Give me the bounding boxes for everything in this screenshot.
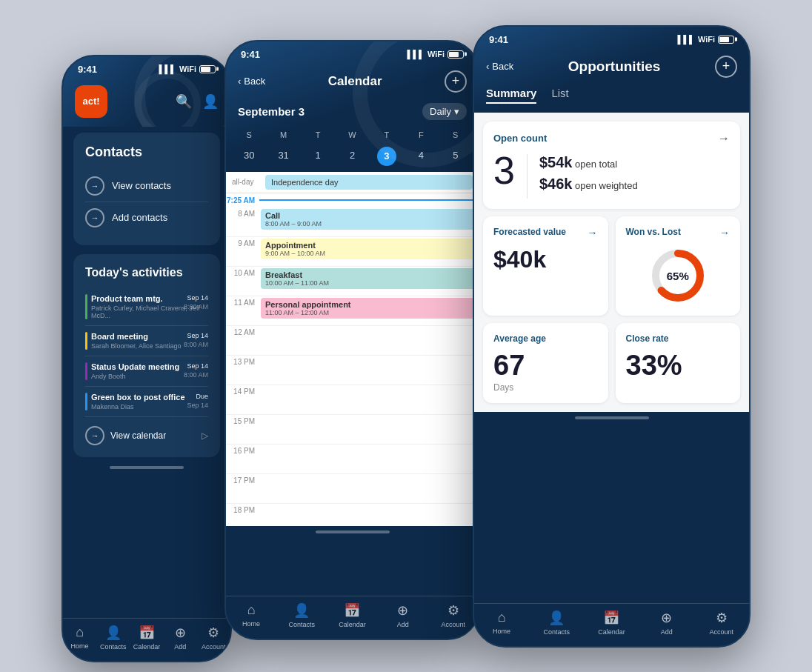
time-slot-12am: 12 AM (226, 326, 479, 356)
nav-add-3[interactable]: ⊕ Add (652, 610, 682, 636)
open-count-number: 3 (493, 151, 515, 190)
close-rate-value: 33% (626, 351, 731, 379)
list-item[interactable]: Board meeting Sarah Bloomer, Alice Santi… (85, 326, 208, 356)
cal-date-3-today[interactable]: 3 (377, 147, 396, 166)
average-age-title: Average age (493, 333, 598, 344)
list-item[interactable]: Green box to post office Makenna Dias Du… (85, 387, 208, 417)
forecasted-label: Forecasted value (493, 227, 566, 237)
time-content-10am: Breakfast 10:00 AM – 11:00 AM (259, 267, 479, 292)
allday-event-title: Independence day (271, 178, 339, 187)
calendar-body: all-day Independence day 7:25 AM 8 AM Ca… (226, 172, 479, 526)
time-label-17pm: 17 PM (226, 474, 259, 485)
activities-title: Today's activities (85, 266, 208, 279)
event-personal-title: Personal appointment (265, 300, 473, 309)
day-header-s2: S (439, 127, 473, 142)
forecasted-title: Forecasted value → (493, 227, 598, 239)
average-age-unit: Days (493, 382, 598, 393)
time-label-18pm: 18 PM (226, 504, 259, 514)
time-label-14pm: 14 PM (226, 385, 259, 396)
nav-account-label-2: Account (442, 621, 466, 628)
event-call[interactable]: Call 8:00 AM – 9:00 AM (261, 209, 477, 230)
cal-date-4[interactable]: 4 (404, 147, 438, 166)
calendar-nav: ‹ Back Calendar + (226, 64, 479, 99)
battery-icon-1 (199, 65, 216, 73)
nav-add-label-2: Add (397, 621, 409, 628)
view-mode-selector[interactable]: Daily ▾ (422, 103, 467, 120)
add-contacts-action[interactable]: → Add contacts (85, 202, 208, 233)
profile-icon[interactable]: 👤 (202, 93, 219, 110)
view-contacts-action[interactable]: → View contacts (85, 170, 208, 202)
time-slot-11am: 11 AM Personal appointment 11:00 AM – 12… (226, 296, 479, 326)
cal-date-5[interactable]: 5 (439, 147, 473, 166)
nav-contacts-2[interactable]: 👤 Contacts (287, 602, 316, 628)
home-icon-2: ⌂ (247, 602, 256, 618)
nav-calendar-3[interactable]: 📅 Calendar (596, 610, 626, 636)
time-slot-10am: 10 AM Breakfast 10:00 AM – 11:00 AM (226, 267, 479, 296)
nav-account-2[interactable]: ⚙ Account (439, 602, 468, 628)
view-calendar-btn[interactable]: → View calendar ▷ (85, 426, 208, 445)
home-indicator-1 (110, 466, 184, 469)
tab-list[interactable]: List (551, 87, 568, 104)
back-button-3[interactable]: ‹ Back (486, 61, 513, 72)
nav-calendar-2[interactable]: 📅 Calendar (337, 602, 367, 628)
cal-date-2[interactable]: 2 (335, 147, 369, 166)
activity-time: 8:00 AM (184, 341, 208, 348)
nav-account-3[interactable]: ⚙ Account (707, 610, 736, 636)
time-slot-14pm: 14 PM (226, 385, 479, 415)
time-content-16pm (259, 445, 479, 448)
cal-date-31[interactable]: 31 (266, 147, 300, 166)
nav-contacts-label-2: Contacts (289, 621, 316, 628)
status-bar-2: 9:41 ▌▌▌ WiFi (226, 41, 479, 64)
close-rate-title: Close rate (626, 333, 731, 344)
calendar-icon-2: 📅 (344, 602, 360, 619)
nav-contacts-3[interactable]: 👤 Contacts (542, 610, 571, 636)
open-count-stats: 3 $54k open total $46k open weighted (493, 151, 730, 199)
open-count-label: Open count (493, 133, 547, 144)
nav-calendar-1[interactable]: 📅 Calendar (132, 625, 162, 651)
search-icon[interactable]: 🔍 (176, 93, 192, 110)
nav-contacts-1[interactable]: 👤 Contacts (99, 625, 128, 651)
calendar-title: Calendar (328, 74, 382, 89)
signal-icon-3: ▌▌▌ (677, 35, 694, 44)
event-breakfast[interactable]: Breakfast 10:00 AM – 11:00 AM (261, 268, 477, 289)
nav-home-2[interactable]: ⌂ Home (236, 602, 266, 628)
nav-add-label-1: Add (174, 643, 186, 651)
open-count-arrow-icon[interactable]: → (718, 132, 730, 145)
stat-divider (527, 154, 528, 199)
open-count-title: Open count → (493, 132, 730, 145)
opportunities-add-button[interactable]: + (715, 56, 737, 78)
allday-event[interactable]: Independence day (265, 175, 473, 190)
view-calendar-label: View calendar (110, 430, 166, 441)
back-button-2[interactable]: ‹ Back (238, 76, 265, 87)
time-content-18pm (259, 504, 479, 507)
nav-home-label-2: Home (242, 620, 260, 628)
nav-account-1[interactable]: ⚙ Account (199, 625, 228, 651)
cal-date-1[interactable]: 1 (301, 147, 335, 166)
list-item[interactable]: Status Update meeting Andy Booth Sep 14 … (85, 356, 208, 387)
time-slot-16pm: 16 PM (226, 445, 479, 474)
event-personal[interactable]: Personal appointment 11:00 AM – 12:00 AM (261, 298, 477, 319)
back-label-2: Back (244, 76, 265, 87)
nav-home-3[interactable]: ⌂ Home (487, 610, 516, 635)
won-vs-lost-arrow-icon[interactable]: → (719, 227, 730, 239)
nav-home-1[interactable]: ⌂ Home (65, 625, 95, 650)
nav-account-label-3: Account (710, 628, 734, 636)
current-time-line (259, 199, 479, 201)
cal-date-30[interactable]: 30 (232, 147, 266, 166)
tab-summary[interactable]: Summary (486, 87, 536, 104)
nav-add-2[interactable]: ⊕ Add (388, 602, 418, 628)
list-item[interactable]: Product team mtg. Patrick Curley, Michae… (85, 288, 208, 326)
nav-calendar-label-3: Calendar (598, 628, 625, 636)
status-time-3: 9:41 (489, 34, 508, 45)
open-count-card: Open count → 3 $54k open total $46k open… (483, 122, 740, 209)
calendar-add-button[interactable]: + (445, 70, 467, 93)
nav-add-1[interactable]: ⊕ Add (165, 625, 195, 651)
event-breakfast-title: Breakfast (265, 270, 473, 279)
time-slot-18pm: 18 PM (226, 504, 479, 526)
forecasted-arrow-icon[interactable]: → (588, 227, 598, 239)
activity-date: Sep 14 (187, 362, 208, 370)
back-label-3: Back (492, 61, 513, 72)
event-appointment[interactable]: Appointment 9:00 AM – 10:00 AM (261, 239, 477, 259)
contacts-title: Contacts (85, 144, 208, 160)
day-header-f: F (404, 127, 438, 142)
